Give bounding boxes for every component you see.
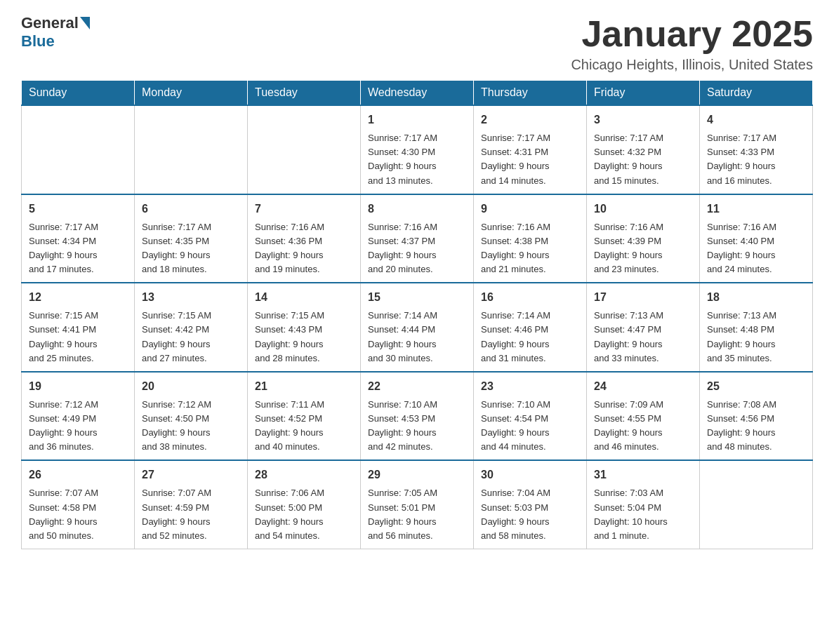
- page-header: General Blue January 2025 Chicago Height…: [21, 14, 813, 73]
- calendar-table: SundayMondayTuesdayWednesdayThursdayFrid…: [21, 80, 813, 549]
- day-number: 14: [255, 289, 353, 306]
- day-info: Sunrise: 7:07 AM Sunset: 4:58 PM Dayligh…: [29, 486, 127, 543]
- day-info: Sunrise: 7:17 AM Sunset: 4:34 PM Dayligh…: [29, 220, 127, 277]
- day-info: Sunrise: 7:06 AM Sunset: 5:00 PM Dayligh…: [255, 486, 353, 543]
- day-info: Sunrise: 7:08 AM Sunset: 4:56 PM Dayligh…: [707, 398, 805, 455]
- day-number: 15: [368, 289, 466, 306]
- calendar-cell: 13Sunrise: 7:15 AM Sunset: 4:42 PM Dayli…: [135, 283, 248, 372]
- day-info: Sunrise: 7:16 AM Sunset: 4:36 PM Dayligh…: [255, 220, 353, 277]
- week-row-1: 1Sunrise: 7:17 AM Sunset: 4:30 PM Daylig…: [22, 105, 813, 194]
- calendar-cell: 9Sunrise: 7:16 AM Sunset: 4:38 PM Daylig…: [474, 194, 587, 283]
- calendar-cell: 19Sunrise: 7:12 AM Sunset: 4:49 PM Dayli…: [22, 372, 135, 461]
- day-number: 31: [594, 467, 692, 483]
- calendar-cell: 29Sunrise: 7:05 AM Sunset: 5:01 PM Dayli…: [361, 460, 474, 549]
- day-info: Sunrise: 7:12 AM Sunset: 4:49 PM Dayligh…: [29, 398, 127, 455]
- calendar-cell: 10Sunrise: 7:16 AM Sunset: 4:39 PM Dayli…: [587, 194, 700, 283]
- calendar-cell: [22, 105, 135, 194]
- day-number: 5: [29, 201, 127, 217]
- day-number: 8: [368, 201, 466, 217]
- calendar-cell: 18Sunrise: 7:13 AM Sunset: 4:48 PM Dayli…: [700, 283, 813, 372]
- week-row-5: 26Sunrise: 7:07 AM Sunset: 4:58 PM Dayli…: [22, 460, 813, 549]
- day-number: 20: [142, 378, 240, 395]
- calendar-cell: 3Sunrise: 7:17 AM Sunset: 4:32 PM Daylig…: [587, 105, 700, 194]
- day-info: Sunrise: 7:15 AM Sunset: 4:41 PM Dayligh…: [29, 309, 127, 365]
- calendar-cell: 14Sunrise: 7:15 AM Sunset: 4:43 PM Dayli…: [248, 283, 361, 372]
- calendar-cell: 6Sunrise: 7:17 AM Sunset: 4:35 PM Daylig…: [135, 194, 248, 283]
- day-number: 9: [481, 201, 579, 217]
- calendar-cell: 8Sunrise: 7:16 AM Sunset: 4:37 PM Daylig…: [361, 194, 474, 283]
- calendar-cell: 2Sunrise: 7:17 AM Sunset: 4:31 PM Daylig…: [474, 105, 587, 194]
- day-header-sunday: Sunday: [22, 81, 135, 106]
- title-section: January 2025 Chicago Heights, Illinois, …: [571, 14, 813, 73]
- day-info: Sunrise: 7:10 AM Sunset: 4:54 PM Dayligh…: [481, 398, 579, 455]
- day-info: Sunrise: 7:16 AM Sunset: 4:37 PM Dayligh…: [368, 220, 466, 277]
- day-info: Sunrise: 7:11 AM Sunset: 4:52 PM Dayligh…: [255, 398, 353, 455]
- calendar-cell: 28Sunrise: 7:06 AM Sunset: 5:00 PM Dayli…: [248, 460, 361, 549]
- day-info: Sunrise: 7:03 AM Sunset: 5:04 PM Dayligh…: [594, 486, 692, 543]
- calendar-cell: [135, 105, 248, 194]
- day-number: 30: [481, 467, 579, 483]
- day-info: Sunrise: 7:17 AM Sunset: 4:30 PM Dayligh…: [368, 131, 466, 188]
- logo-text-blue: Blue: [21, 32, 55, 51]
- day-info: Sunrise: 7:07 AM Sunset: 4:59 PM Dayligh…: [142, 486, 240, 543]
- calendar-cell: 20Sunrise: 7:12 AM Sunset: 4:50 PM Dayli…: [135, 372, 248, 461]
- day-number: 4: [707, 112, 805, 128]
- day-number: 27: [142, 467, 240, 483]
- logo-text-general: General: [21, 14, 79, 32]
- day-number: 18: [707, 289, 805, 306]
- day-info: Sunrise: 7:15 AM Sunset: 4:43 PM Dayligh…: [255, 309, 353, 365]
- calendar-cell: 25Sunrise: 7:08 AM Sunset: 4:56 PM Dayli…: [700, 372, 813, 461]
- day-number: 28: [255, 467, 353, 483]
- day-number: 3: [594, 112, 692, 128]
- day-info: Sunrise: 7:09 AM Sunset: 4:55 PM Dayligh…: [594, 398, 692, 455]
- calendar-cell: 21Sunrise: 7:11 AM Sunset: 4:52 PM Dayli…: [248, 372, 361, 461]
- day-number: 12: [29, 289, 127, 306]
- day-number: 7: [255, 201, 353, 217]
- calendar-cell: 16Sunrise: 7:14 AM Sunset: 4:46 PM Dayli…: [474, 283, 587, 372]
- day-info: Sunrise: 7:04 AM Sunset: 5:03 PM Dayligh…: [481, 486, 579, 543]
- calendar-cell: 15Sunrise: 7:14 AM Sunset: 4:44 PM Dayli…: [361, 283, 474, 372]
- logo: General Blue: [21, 14, 91, 51]
- day-header-wednesday: Wednesday: [361, 81, 474, 106]
- calendar-cell: 31Sunrise: 7:03 AM Sunset: 5:04 PM Dayli…: [587, 460, 700, 549]
- day-info: Sunrise: 7:12 AM Sunset: 4:50 PM Dayligh…: [142, 398, 240, 455]
- calendar-cell: 12Sunrise: 7:15 AM Sunset: 4:41 PM Dayli…: [22, 283, 135, 372]
- day-info: Sunrise: 7:05 AM Sunset: 5:01 PM Dayligh…: [368, 486, 466, 543]
- day-number: 16: [481, 289, 579, 306]
- logo-arrow-icon: [80, 17, 90, 29]
- calendar-cell: 4Sunrise: 7:17 AM Sunset: 4:33 PM Daylig…: [700, 105, 813, 194]
- calendar-cell: [248, 105, 361, 194]
- day-number: 23: [481, 378, 579, 395]
- day-number: 6: [142, 201, 240, 217]
- day-info: Sunrise: 7:15 AM Sunset: 4:42 PM Dayligh…: [142, 309, 240, 365]
- day-header-tuesday: Tuesday: [248, 81, 361, 106]
- day-info: Sunrise: 7:14 AM Sunset: 4:44 PM Dayligh…: [368, 309, 466, 365]
- calendar-cell: 30Sunrise: 7:04 AM Sunset: 5:03 PM Dayli…: [474, 460, 587, 549]
- day-number: 29: [368, 467, 466, 483]
- day-info: Sunrise: 7:16 AM Sunset: 4:40 PM Dayligh…: [707, 220, 805, 277]
- day-number: 24: [594, 378, 692, 395]
- calendar-cell: 23Sunrise: 7:10 AM Sunset: 4:54 PM Dayli…: [474, 372, 587, 461]
- day-number: 10: [594, 201, 692, 217]
- day-number: 22: [368, 378, 466, 395]
- day-info: Sunrise: 7:14 AM Sunset: 4:46 PM Dayligh…: [481, 309, 579, 365]
- day-info: Sunrise: 7:17 AM Sunset: 4:33 PM Dayligh…: [707, 131, 805, 188]
- day-info: Sunrise: 7:16 AM Sunset: 4:38 PM Dayligh…: [481, 220, 579, 277]
- day-number: 25: [707, 378, 805, 395]
- calendar-cell: [700, 460, 813, 549]
- week-row-3: 12Sunrise: 7:15 AM Sunset: 4:41 PM Dayli…: [22, 283, 813, 372]
- week-row-2: 5Sunrise: 7:17 AM Sunset: 4:34 PM Daylig…: [22, 194, 813, 283]
- day-info: Sunrise: 7:13 AM Sunset: 4:47 PM Dayligh…: [594, 309, 692, 365]
- day-number: 1: [368, 112, 466, 128]
- calendar-cell: 5Sunrise: 7:17 AM Sunset: 4:34 PM Daylig…: [22, 194, 135, 283]
- day-header-saturday: Saturday: [700, 81, 813, 106]
- day-header-friday: Friday: [587, 81, 700, 106]
- day-header-monday: Monday: [135, 81, 248, 106]
- day-info: Sunrise: 7:10 AM Sunset: 4:53 PM Dayligh…: [368, 398, 466, 455]
- day-number: 11: [707, 201, 805, 217]
- calendar-cell: 1Sunrise: 7:17 AM Sunset: 4:30 PM Daylig…: [361, 105, 474, 194]
- calendar-title: January 2025: [571, 14, 813, 54]
- calendar-cell: 26Sunrise: 7:07 AM Sunset: 4:58 PM Dayli…: [22, 460, 135, 549]
- day-number: 13: [142, 289, 240, 306]
- day-number: 21: [255, 378, 353, 395]
